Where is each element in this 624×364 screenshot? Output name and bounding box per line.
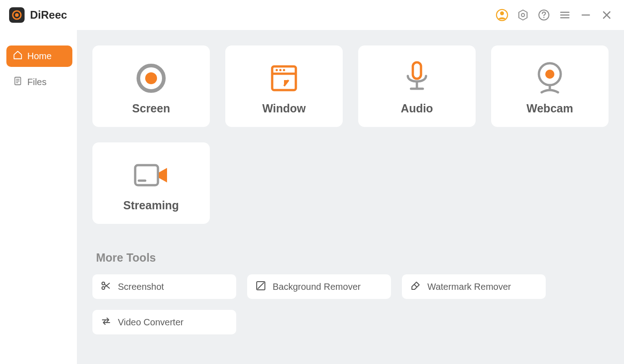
svg-point-19 <box>145 72 157 84</box>
account-icon[interactable] <box>496 9 508 21</box>
titlebar-actions <box>496 9 613 21</box>
sidebar-item-home[interactable]: Home <box>6 46 72 67</box>
tool-label: Watermark Remover <box>427 282 511 292</box>
tool-video-converter[interactable]: Video Converter <box>92 310 236 334</box>
tool-label: Video Converter <box>118 317 183 328</box>
webcam-icon <box>532 57 568 99</box>
tool-watermark-remover[interactable]: Watermark Remover <box>402 274 546 299</box>
eraser-icon <box>410 280 421 293</box>
brand: DiReec <box>9 7 67 23</box>
sidebar-item-files[interactable]: Files <box>6 71 72 93</box>
tools-grid: Screenshot Background Remover Watermark … <box>92 274 609 334</box>
svg-marker-4 <box>519 10 527 20</box>
app-name: DiReec <box>30 9 67 21</box>
help-icon[interactable] <box>538 9 550 21</box>
microphone-icon <box>401 57 433 99</box>
titlebar: DiReec <box>0 0 624 30</box>
card-label: Screen <box>132 102 170 115</box>
scissors-icon <box>101 280 112 293</box>
card-label: Streaming <box>123 199 179 212</box>
svg-point-24 <box>283 69 285 71</box>
card-window[interactable]: Window <box>225 46 343 127</box>
sidebar-item-label: Home <box>27 51 51 61</box>
card-label: Webcam <box>527 102 573 115</box>
more-tools-title: More Tools <box>96 251 609 264</box>
card-label: Audio <box>401 102 433 115</box>
card-webcam[interactable]: Webcam <box>491 46 609 127</box>
close-icon[interactable] <box>600 9 613 21</box>
main-content: Screen Window <box>77 30 624 364</box>
settings-icon[interactable] <box>517 9 529 21</box>
window-icon <box>267 57 301 99</box>
mode-cards: Screen Window <box>92 46 609 224</box>
svg-rect-32 <box>135 165 158 185</box>
minimize-icon[interactable] <box>579 9 592 21</box>
svg-point-1 <box>15 13 19 17</box>
card-streaming[interactable]: Streaming <box>92 142 210 224</box>
tool-screenshot[interactable]: Screenshot <box>92 274 236 299</box>
screen-record-icon <box>133 57 169 99</box>
svg-point-7 <box>543 17 545 18</box>
svg-rect-26 <box>413 62 421 79</box>
menu-icon[interactable] <box>558 9 571 21</box>
svg-point-3 <box>500 11 504 15</box>
background-remove-icon <box>255 280 266 293</box>
card-audio[interactable]: Audio <box>358 46 476 127</box>
sidebar-item-label: Files <box>27 77 46 87</box>
svg-point-5 <box>522 14 525 17</box>
tool-label: Background Remover <box>273 282 360 292</box>
app-logo <box>9 7 25 23</box>
tool-label: Screenshot <box>118 282 164 292</box>
files-icon <box>13 76 23 88</box>
sidebar: Home Files <box>0 30 77 364</box>
svg-line-40 <box>414 284 417 287</box>
svg-point-23 <box>279 69 282 71</box>
svg-point-22 <box>276 69 278 71</box>
convert-icon <box>101 316 112 329</box>
card-screen[interactable]: Screen <box>92 46 210 127</box>
home-icon <box>13 50 23 62</box>
svg-point-30 <box>545 70 554 79</box>
streaming-icon <box>132 154 171 196</box>
svg-line-39 <box>258 283 264 289</box>
tool-background-remover[interactable]: Background Remover <box>247 274 391 299</box>
card-label: Window <box>262 102 306 115</box>
